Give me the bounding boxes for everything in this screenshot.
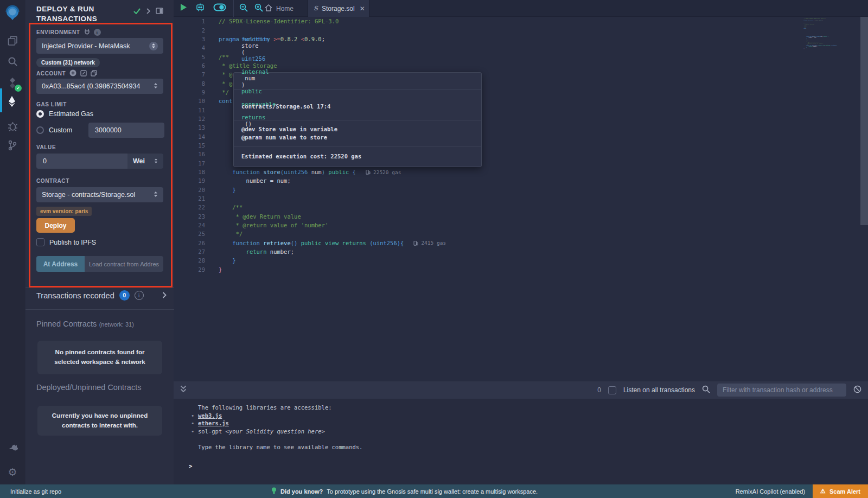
line-number: 18: [174, 169, 205, 175]
publish-ipfs-checkbox[interactable]: [36, 238, 44, 246]
collapse-panel-icon[interactable]: [146, 7, 150, 16]
close-tab-icon[interactable]: ✕: [360, 5, 365, 12]
file-explorer-icon[interactable]: [0, 30, 25, 52]
custom-gas-option[interactable]: Custom: [36, 123, 163, 138]
tooltip-location: contracts/Storage.sol 17:4: [234, 90, 481, 120]
line-number: 4: [174, 44, 205, 51]
terminal-collapse-icon[interactable]: [180, 385, 187, 395]
contract-label: CONTRACT: [36, 178, 69, 184]
editor-scrollbar[interactable]: [860, 17, 868, 225]
line-number: 16: [174, 151, 205, 157]
plugin-manager-icon[interactable]: [0, 438, 25, 460]
evm-version-badge: evm version: paris: [36, 207, 92, 216]
line-number: 26: [174, 240, 205, 246]
terminal-prompt[interactable]: >: [189, 463, 192, 469]
copilot-status[interactable]: RemixAI Copilot (enabled): [736, 488, 805, 495]
git-init-status[interactable]: Initialize as git repo: [0, 488, 61, 495]
terminal-line: sol-gpt <your Solidity question here>: [198, 428, 868, 436]
sign-message-icon[interactable]: [80, 70, 87, 78]
main-area: Home S Storage.sol ✕ 1// SPDX-License-Id…: [174, 0, 868, 484]
code-line: 19 number = num;: [174, 176, 868, 185]
run-script-icon[interactable]: [180, 3, 187, 14]
at-address-input[interactable]: [85, 256, 163, 272]
environment-info-icon[interactable]: i: [94, 29, 101, 36]
tooltip-docs: @dev Store value in variable@param num v…: [234, 120, 481, 146]
value-label: VALUE: [36, 144, 56, 150]
search-icon[interactable]: [0, 50, 25, 72]
remix-logo-icon[interactable]: [0, 2, 25, 24]
value-unit: Wei: [133, 157, 145, 165]
contract-value: Storage - contracts/Storage.sol: [42, 191, 135, 199]
transactions-info-icon[interactable]: i: [135, 291, 144, 300]
scam-alert-button[interactable]: ⚠ Scam Alert: [813, 484, 868, 498]
git-icon[interactable]: [0, 135, 25, 156]
line-number: 20: [174, 187, 205, 193]
transactions-expand-icon[interactable]: [162, 291, 167, 301]
code-editor[interactable]: 1// SPDX-License-Identifier: GPL-3.023pr…: [174, 17, 868, 381]
value-unit-select[interactable]: Wei: [127, 154, 163, 169]
copy-account-icon[interactable]: [91, 70, 97, 78]
custom-gas-radio[interactable]: [36, 126, 44, 134]
line-number: 23: [174, 213, 205, 220]
environment-select[interactable]: Injected Provider - MetaMask: [36, 38, 163, 54]
line-number: 17: [174, 160, 205, 167]
custom-gas-input[interactable]: [88, 123, 164, 138]
publish-ipfs-option[interactable]: Publish to IPFS: [36, 238, 163, 246]
line-number: 22: [174, 204, 205, 210]
value-input[interactable]: [36, 154, 127, 169]
minimap[interactable]: // SPDX-License-Identifier: GPL-3.0pragm…: [801, 18, 861, 181]
tab-storage-sol[interactable]: S Storage.sol ✕: [308, 0, 369, 17]
deploy-button[interactable]: Deploy: [36, 218, 75, 233]
account-select[interactable]: 0xA03...85ac4 (0.398673504934: [36, 79, 163, 94]
copilot-toggle-icon[interactable]: [213, 3, 226, 14]
settings-icon[interactable]: ⚙: [0, 461, 25, 483]
deploy-run-icon[interactable]: [0, 91, 25, 112]
terminal-line: Type the library name to see available c…: [198, 444, 868, 452]
tab-home[interactable]: Home: [259, 0, 299, 17]
debugger-icon[interactable]: [0, 115, 25, 137]
publish-ipfs-label: Publish to IPFS: [49, 239, 96, 246]
plug-icon[interactable]: [84, 29, 90, 36]
account-label: ACCOUNT: [36, 71, 66, 76]
account-value: 0xA03...85ac4 (0.398673504934: [42, 82, 140, 90]
tab-file-label: Storage.sol: [322, 5, 355, 12]
at-address-button[interactable]: At Address: [36, 256, 85, 272]
listen-all-label: Listen on all transactions: [623, 386, 695, 394]
estimated-gas-option[interactable]: Estimated Gas: [36, 110, 163, 118]
panel-check-icon: [133, 7, 141, 16]
line-number: 15: [174, 142, 205, 149]
icon-rail: ✓ ⚙: [0, 0, 25, 484]
zoom-out-icon[interactable]: [239, 3, 248, 14]
network-badge: Custom (31) network: [36, 58, 100, 67]
code-line: 24 * @return value of 'number': [174, 221, 868, 229]
estimated-gas-radio[interactable]: [36, 110, 44, 118]
environment-value: Injected Provider - MetaMask: [42, 42, 130, 50]
code-line: 2: [174, 25, 868, 34]
web3js-link[interactable]: web3.js: [198, 412, 222, 419]
line-number: 28: [174, 257, 205, 264]
environment-label: ENVIRONMENT: [36, 29, 80, 35]
pin-panel-icon[interactable]: [156, 7, 163, 16]
clear-console-icon[interactable]: [853, 385, 861, 395]
terminal-filter-input[interactable]: [717, 384, 846, 397]
line-number: 14: [174, 133, 205, 140]
add-account-icon[interactable]: [69, 69, 76, 78]
deployed-empty-message: Currently you have no unpinnedcontracts …: [37, 406, 162, 436]
pinned-contracts-network: (network: 31): [99, 321, 134, 328]
updown-caret-icon: [154, 82, 158, 90]
transactions-count-badge: 0: [119, 290, 130, 301]
terminal-search-icon[interactable]: [702, 385, 710, 395]
pinned-contracts-title: Pinned Contracts: [36, 320, 97, 328]
code-line: }: [801, 48, 860, 49]
line-number: 6: [174, 62, 205, 69]
terminal-output[interactable]: The following libraries are accessible: …: [174, 399, 868, 484]
line-number: 11: [174, 107, 205, 113]
ai-copilot-icon[interactable]: [195, 3, 205, 14]
contract-select[interactable]: Storage - contracts/Storage.sol: [36, 187, 163, 202]
ethersjs-link[interactable]: ethers.js: [198, 420, 229, 426]
code-line: 27 return number;: [174, 247, 868, 256]
line-number: 12: [174, 116, 205, 122]
listen-all-checkbox[interactable]: [608, 386, 616, 394]
pinned-empty-message: No pinned contracts found forselected wo…: [37, 341, 162, 374]
code-line: 23 * @dev Return value: [174, 212, 868, 221]
